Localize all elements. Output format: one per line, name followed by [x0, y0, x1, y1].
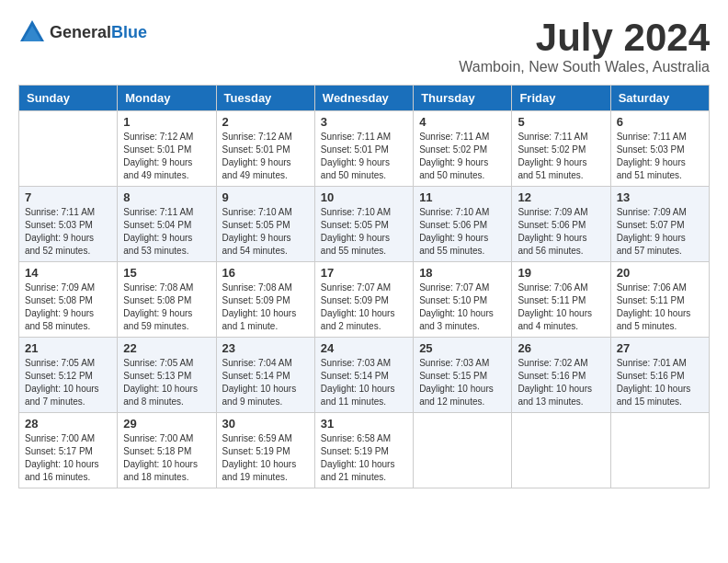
cell-day-number: 20	[617, 266, 703, 280]
table-row: 20Sunrise: 7:06 AMSunset: 5:11 PMDayligh…	[610, 262, 709, 338]
general-text: General	[50, 23, 111, 41]
cell-info: Sunrise: 7:10 AMSunset: 5:06 PMDaylight:…	[419, 206, 506, 258]
cell-info: Sunrise: 7:09 AMSunset: 5:07 PMDaylight:…	[617, 206, 703, 258]
cell-day-number: 13	[617, 190, 703, 204]
cell-info: Sunrise: 7:10 AMSunset: 5:05 PMDaylight:…	[222, 206, 309, 258]
table-row	[512, 413, 610, 488]
calendar-week-row: 14Sunrise: 7:09 AMSunset: 5:08 PMDayligh…	[19, 262, 710, 338]
table-row: 28Sunrise: 7:00 AMSunset: 5:17 PMDayligh…	[19, 413, 118, 488]
table-row: 19Sunrise: 7:06 AMSunset: 5:11 PMDayligh…	[512, 262, 610, 338]
table-row	[414, 413, 512, 488]
table-row: 27Sunrise: 7:01 AMSunset: 5:16 PMDayligh…	[610, 338, 709, 413]
calendar-week-row: 7Sunrise: 7:11 AMSunset: 5:03 PMDaylight…	[19, 187, 710, 262]
table-row: 18Sunrise: 7:07 AMSunset: 5:10 PMDayligh…	[414, 262, 512, 338]
header-friday: Friday	[512, 86, 610, 111]
cell-day-number: 1	[123, 115, 210, 129]
cell-info: Sunrise: 7:03 AMSunset: 5:15 PMDaylight:…	[419, 357, 506, 408]
table-row: 11Sunrise: 7:10 AMSunset: 5:06 PMDayligh…	[414, 187, 512, 262]
table-row: 17Sunrise: 7:07 AMSunset: 5:09 PMDayligh…	[314, 262, 413, 338]
blue-text: Blue	[111, 23, 147, 41]
table-row: 9Sunrise: 7:10 AMSunset: 5:05 PMDaylight…	[216, 187, 314, 262]
table-row: 14Sunrise: 7:09 AMSunset: 5:08 PMDayligh…	[19, 262, 118, 338]
cell-day-number: 16	[222, 266, 309, 280]
table-row: 16Sunrise: 7:08 AMSunset: 5:09 PMDayligh…	[216, 262, 314, 338]
logo: GeneralBlue	[18, 18, 147, 46]
cell-info: Sunrise: 7:11 AMSunset: 5:03 PMDaylight:…	[617, 131, 703, 182]
cell-info: Sunrise: 7:03 AMSunset: 5:14 PMDaylight:…	[321, 357, 407, 408]
cell-info: Sunrise: 7:11 AMSunset: 5:04 PMDaylight:…	[123, 206, 210, 258]
header-thursday: Thursday	[414, 86, 512, 111]
table-row: 15Sunrise: 7:08 AMSunset: 5:08 PMDayligh…	[118, 262, 216, 338]
cell-day-number: 2	[222, 115, 309, 129]
table-row: 2Sunrise: 7:12 AMSunset: 5:01 PMDaylight…	[216, 111, 314, 187]
table-row: 25Sunrise: 7:03 AMSunset: 5:15 PMDayligh…	[414, 338, 512, 413]
table-row: 10Sunrise: 7:10 AMSunset: 5:05 PMDayligh…	[314, 187, 413, 262]
cell-info: Sunrise: 7:06 AMSunset: 5:11 PMDaylight:…	[617, 282, 703, 333]
cell-info: Sunrise: 7:00 AMSunset: 5:18 PMDaylight:…	[123, 432, 210, 484]
cell-day-number: 9	[222, 190, 309, 204]
cell-day-number: 14	[25, 266, 111, 280]
cell-day-number: 21	[25, 341, 111, 355]
cell-info: Sunrise: 6:58 AMSunset: 5:19 PMDaylight:…	[321, 432, 407, 484]
cell-info: Sunrise: 7:11 AMSunset: 5:02 PMDaylight:…	[518, 131, 604, 182]
cell-day-number: 7	[25, 190, 111, 204]
logo-icon	[18, 18, 46, 46]
cell-info: Sunrise: 7:08 AMSunset: 5:08 PMDaylight:…	[123, 282, 210, 333]
cell-info: Sunrise: 7:11 AMSunset: 5:03 PMDaylight:…	[25, 206, 111, 258]
cell-day-number: 17	[321, 266, 407, 280]
cell-day-number: 26	[518, 341, 604, 355]
cell-day-number: 28	[25, 417, 111, 431]
cell-info: Sunrise: 7:02 AMSunset: 5:16 PMDaylight:…	[518, 357, 604, 408]
table-row: 5Sunrise: 7:11 AMSunset: 5:02 PMDaylight…	[512, 111, 610, 187]
cell-day-number: 25	[419, 341, 506, 355]
calendar-week-row: 28Sunrise: 7:00 AMSunset: 5:17 PMDayligh…	[19, 413, 710, 488]
table-row: 21Sunrise: 7:05 AMSunset: 5:12 PMDayligh…	[19, 338, 118, 413]
cell-info: Sunrise: 7:08 AMSunset: 5:09 PMDaylight:…	[222, 282, 309, 333]
header-wednesday: Wednesday	[314, 86, 413, 111]
cell-day-number: 27	[617, 341, 703, 355]
cell-day-number: 30	[222, 417, 309, 431]
cell-info: Sunrise: 7:05 AMSunset: 5:12 PMDaylight:…	[25, 357, 111, 408]
calendar-week-row: 1Sunrise: 7:12 AMSunset: 5:01 PMDaylight…	[19, 111, 710, 187]
cell-day-number: 11	[419, 190, 506, 204]
cell-day-number: 22	[123, 341, 210, 355]
table-row: 13Sunrise: 7:09 AMSunset: 5:07 PMDayligh…	[610, 187, 709, 262]
cell-day-number: 19	[518, 266, 604, 280]
cell-info: Sunrise: 7:00 AMSunset: 5:17 PMDaylight:…	[25, 432, 111, 484]
location-subtitle: Wamboin, New South Wales, Australia	[459, 59, 710, 75]
header-tuesday: Tuesday	[216, 86, 314, 111]
table-row: 29Sunrise: 7:00 AMSunset: 5:18 PMDayligh…	[118, 413, 216, 488]
table-row: 22Sunrise: 7:05 AMSunset: 5:13 PMDayligh…	[118, 338, 216, 413]
table-row: 6Sunrise: 7:11 AMSunset: 5:03 PMDaylight…	[610, 111, 709, 187]
cell-day-number: 6	[617, 115, 703, 129]
cell-day-number: 10	[321, 190, 407, 204]
table-row: 8Sunrise: 7:11 AMSunset: 5:04 PMDaylight…	[118, 187, 216, 262]
cell-info: Sunrise: 6:59 AMSunset: 5:19 PMDaylight:…	[222, 432, 309, 484]
table-row	[610, 413, 709, 488]
cell-info: Sunrise: 7:07 AMSunset: 5:10 PMDaylight:…	[419, 282, 506, 333]
cell-info: Sunrise: 7:11 AMSunset: 5:02 PMDaylight:…	[419, 131, 506, 182]
logo-text: GeneralBlue	[50, 23, 147, 42]
cell-day-number: 24	[321, 341, 407, 355]
cell-day-number: 12	[518, 190, 604, 204]
header-monday: Monday	[118, 86, 216, 111]
cell-day-number: 15	[123, 266, 210, 280]
cell-info: Sunrise: 7:04 AMSunset: 5:14 PMDaylight:…	[222, 357, 309, 408]
cell-day-number: 18	[419, 266, 506, 280]
cell-day-number: 3	[321, 115, 407, 129]
month-year-title: July 2024	[459, 18, 710, 57]
cell-day-number: 29	[123, 417, 210, 431]
header-saturday: Saturday	[610, 86, 709, 111]
header: GeneralBlue July 2024 Wamboin, New South…	[18, 18, 710, 75]
cell-info: Sunrise: 7:12 AMSunset: 5:01 PMDaylight:…	[222, 131, 309, 182]
cell-info: Sunrise: 7:07 AMSunset: 5:09 PMDaylight:…	[321, 282, 407, 333]
cell-day-number: 31	[321, 417, 407, 431]
cell-info: Sunrise: 7:10 AMSunset: 5:05 PMDaylight:…	[321, 206, 407, 258]
table-row	[19, 111, 118, 187]
cell-info: Sunrise: 7:05 AMSunset: 5:13 PMDaylight:…	[123, 357, 210, 408]
title-block: July 2024 Wamboin, New South Wales, Aust…	[459, 18, 710, 75]
table-row: 26Sunrise: 7:02 AMSunset: 5:16 PMDayligh…	[512, 338, 610, 413]
cell-info: Sunrise: 7:12 AMSunset: 5:01 PMDaylight:…	[123, 131, 210, 182]
table-row: 3Sunrise: 7:11 AMSunset: 5:01 PMDaylight…	[314, 111, 413, 187]
table-row: 30Sunrise: 6:59 AMSunset: 5:19 PMDayligh…	[216, 413, 314, 488]
